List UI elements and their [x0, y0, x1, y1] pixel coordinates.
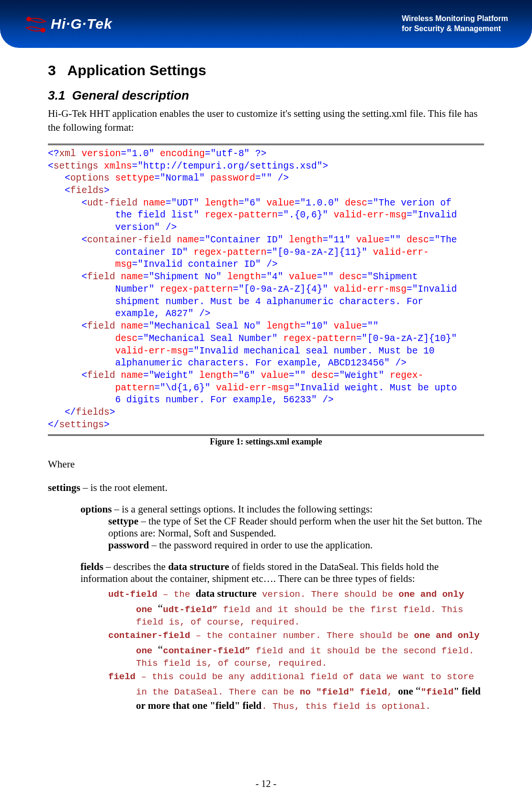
subsection-heading: 3.1 General description [48, 88, 484, 103]
def-options: options – is a general settings options.… [80, 503, 484, 551]
def-udt-field: udt-field – the data structure version. … [108, 587, 484, 629]
page-content: 3 Application Settings 3.1 General descr… [0, 48, 532, 713]
logo: Hi·G·Tek [24, 12, 113, 36]
def-container-field: container-field – the container number. … [108, 630, 484, 670]
tagline-line1: Wireless Monitoring Platform [402, 14, 508, 24]
page-header: Hi·G·Tek Wireless Monitoring Platform fo… [0, 0, 532, 48]
section-title: Application Settings [68, 62, 206, 78]
def-settings: settings – is the root element. [48, 482, 484, 494]
section-heading: 3 Application Settings [48, 62, 484, 79]
def-fields: fields – describes the data structure of… [80, 561, 484, 585]
section-number: 3 [48, 62, 56, 78]
subsection-number: 3.1 [48, 88, 65, 102]
xml-code-block: <?xml version="1.0" encoding="utf-8" ?> … [48, 144, 484, 436]
where-label: Where [48, 458, 484, 470]
page-number: - 12 - [0, 778, 532, 789]
intro-paragraph: Hi-G-Tek HHT application enables the use… [48, 107, 484, 135]
logo-text: Hi·G·Tek [51, 16, 113, 32]
tagline: Wireless Monitoring Platform for Securit… [402, 14, 508, 34]
figure-caption: Figure 1: settings.xml example [48, 437, 484, 447]
logo-icon [24, 12, 48, 36]
subsection-title: General description [72, 88, 189, 102]
tagline-line2: for Security & Management [402, 24, 508, 34]
def-field: field – this could be any additional fie… [108, 671, 484, 713]
